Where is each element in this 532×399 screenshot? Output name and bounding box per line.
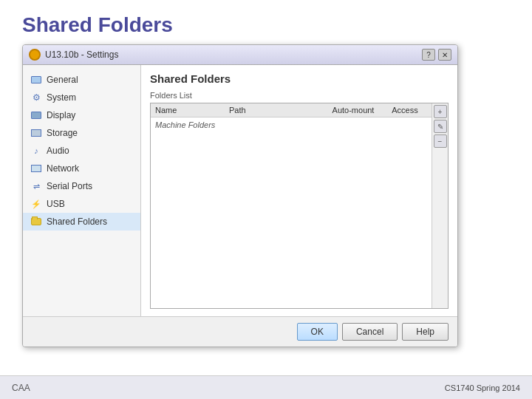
dialog-title-text: U13.10b - Settings: [45, 50, 118, 60]
sidebar-label-shared-folders: Shared Folders: [47, 216, 107, 227]
help-button[interactable]: Help: [402, 323, 449, 341]
edit-folder-button[interactable]: ✎: [434, 120, 447, 133]
main-panel: Shared Folders Folders List Name Path Au…: [141, 65, 457, 316]
bottom-bar: CAA CS1740 Spring 2014: [0, 375, 532, 399]
audio-icon: ♪: [30, 145, 42, 157]
col-access-header: Access: [383, 106, 427, 115]
folders-list-label: Folders List: [150, 91, 449, 100]
sidebar-item-network[interactable]: Network: [23, 160, 140, 177]
sidebar-label-display: Display: [47, 110, 75, 120]
dialog-close-button[interactable]: ✕: [438, 49, 451, 61]
panel-title: Shared Folders: [150, 72, 449, 85]
usb-icon: ⚡: [30, 198, 42, 210]
sidebar-item-serial-ports[interactable]: ⇌ Serial Ports: [23, 177, 140, 195]
sidebar-label-usb: USB: [47, 199, 65, 209]
main-content: U13.10b - Settings ? ✕ General ⚙ System: [0, 44, 532, 347]
dialog-app-icon: [29, 49, 41, 61]
dialog-controls: ? ✕: [422, 49, 451, 61]
storage-icon: [30, 127, 42, 139]
dialog-help-button[interactable]: ?: [422, 49, 435, 61]
add-folder-button[interactable]: +: [434, 105, 447, 118]
sidebar-item-shared-folders[interactable]: Shared Folders: [23, 213, 140, 231]
col-path-header: Path: [229, 106, 324, 115]
table-action-buttons: + ✎ −: [432, 103, 448, 308]
col-name-header: Name: [155, 106, 229, 115]
sidebar-item-usb[interactable]: ⚡ USB: [23, 195, 140, 213]
dialog-body: General ⚙ System Display Storage ♪ Audio: [23, 65, 457, 316]
dialog-footer: OK Cancel Help: [23, 316, 457, 347]
sidebar-item-storage[interactable]: Storage: [23, 124, 140, 142]
machine-folders-group: Machine Folders: [151, 117, 432, 132]
sidebar-label-audio: Audio: [47, 146, 69, 156]
sidebar-label-general: General: [47, 75, 78, 85]
sidebar-label-network: Network: [47, 163, 79, 174]
network-icon: [30, 163, 42, 174]
bottom-logo-text: CAA: [12, 383, 30, 393]
ok-button[interactable]: OK: [297, 323, 338, 341]
sidebar-label-serial: Serial Ports: [47, 181, 92, 191]
folders-table: Name Path Auto-mount Access Machine Fold…: [150, 103, 449, 309]
dialog-titlebar: U13.10b - Settings ? ✕: [23, 45, 457, 65]
table-header: Name Path Auto-mount Access: [151, 103, 432, 117]
sidebar-item-audio[interactable]: ♪ Audio: [23, 142, 140, 160]
settings-dialog: U13.10b - Settings ? ✕ General ⚙ System: [22, 44, 458, 347]
col-automount-header: Auto-mount: [324, 106, 383, 115]
sidebar-item-display[interactable]: Display: [23, 106, 140, 124]
sidebar-label-storage: Storage: [47, 128, 78, 138]
table-inner: Name Path Auto-mount Access Machine Fold…: [151, 103, 432, 308]
cancel-button[interactable]: Cancel: [342, 323, 398, 341]
bottom-right: CS1740 Spring 2014: [445, 383, 520, 392]
dialog-title-left: U13.10b - Settings: [29, 49, 118, 61]
monitor-icon: [30, 74, 42, 86]
display-icon: [30, 109, 42, 121]
remove-folder-button[interactable]: −: [434, 134, 447, 148]
sidebar-item-general[interactable]: General: [23, 71, 140, 89]
sidebar-label-system: System: [47, 92, 76, 103]
bottom-left: CAA: [12, 383, 30, 393]
page-title: Shared Folders: [0, 0, 532, 44]
folder-icon: [30, 216, 42, 228]
sidebar-item-system[interactable]: ⚙ System: [23, 89, 140, 106]
serial-icon: ⇌: [30, 180, 42, 192]
gear-icon: ⚙: [30, 92, 42, 103]
sidebar: General ⚙ System Display Storage ♪ Audio: [23, 65, 141, 316]
